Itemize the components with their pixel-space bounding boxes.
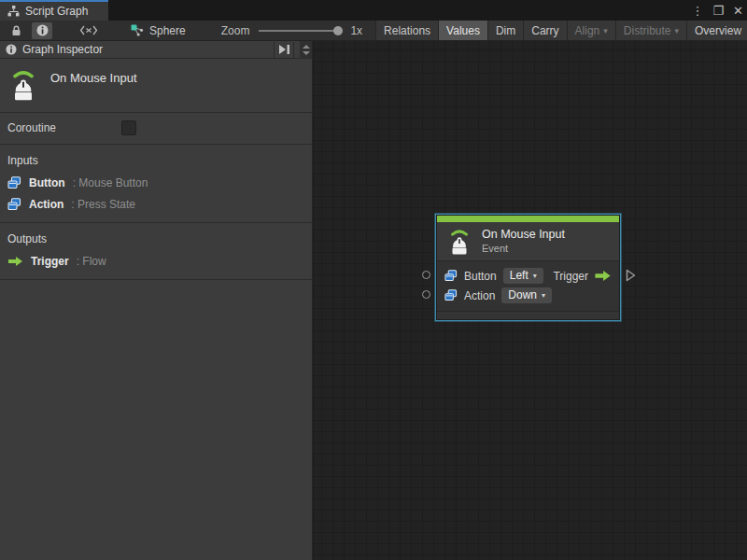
value-port-icon <box>7 176 21 189</box>
graph-reference-label[interactable]: Sphere <box>149 24 186 37</box>
maximize-icon[interactable]: ❐ <box>712 4 724 18</box>
action-input-port[interactable] <box>422 290 430 299</box>
flow-arrow-icon[interactable] <box>594 270 612 282</box>
value-port-icon <box>7 198 21 211</box>
zoom-slider[interactable] <box>259 30 341 32</box>
coroutine-checkbox[interactable] <box>121 120 136 135</box>
list-item: Trigger : Flow <box>7 255 304 268</box>
zoom-slider-handle[interactable] <box>333 26 343 35</box>
node-body: Button Left▾ Trigger <box>437 260 619 311</box>
inspector-toggle-button[interactable] <box>32 22 52 39</box>
flow-arrow-icon <box>7 256 23 267</box>
chevron-down-icon: ▾ <box>675 26 680 35</box>
inputs-section: Inputs Button : Mouse Button Action : Pr… <box>0 145 312 223</box>
inspector-header: Graph Inspector <box>0 41 312 59</box>
action-port-label: Action <box>464 289 495 302</box>
list-item: Action : Press State <box>7 198 304 211</box>
graph-inspector-panel: Graph Inspector On Mouse Input <box>0 41 313 560</box>
outputs-header: Outputs <box>7 232 304 245</box>
info-icon <box>6 44 17 55</box>
window-menu-icon[interactable]: ⋮ <box>691 4 703 18</box>
coroutine-label: Coroutine <box>7 121 121 134</box>
graph-canvas[interactable]: On Mouse Input Event Button Left▾ <box>313 41 747 560</box>
button-input-port[interactable] <box>422 271 430 279</box>
zoom-value: 1x <box>350 24 362 37</box>
relations-button[interactable]: Relations <box>375 21 438 40</box>
button-port-label: Button <box>464 270 497 283</box>
chevron-down-icon: ▾ <box>533 272 537 280</box>
arrow-up-icon <box>303 45 310 49</box>
graph-hierarchy-icon <box>7 6 20 17</box>
trigger-port-label: Trigger <box>553 270 588 283</box>
info-icon <box>36 24 49 36</box>
action-value-dropdown[interactable]: Down▾ <box>501 287 552 303</box>
selected-unit-summary: On Mouse Input <box>0 59 312 113</box>
zoom-label: Zoom <box>221 24 250 37</box>
unit-title: On Mouse Input <box>50 67 137 85</box>
lock-button[interactable] <box>6 22 26 39</box>
title-bar: Script Graph ⋮ ❐ ✕ <box>0 0 747 21</box>
chevron-down-icon: ▾ <box>542 291 545 300</box>
close-icon[interactable]: ✕ <box>733 4 743 18</box>
trigger-output-port[interactable] <box>626 269 636 282</box>
arrow-down-icon <box>303 51 310 55</box>
align-dropdown-button[interactable]: Align▾ <box>567 21 615 40</box>
coroutine-row: Coroutine <box>0 113 312 145</box>
tab-label: Script Graph <box>25 5 88 18</box>
node-title: On Mouse Input <box>482 228 565 241</box>
button-value-dropdown[interactable]: Left▾ <box>503 268 543 284</box>
mouse-input-icon <box>7 67 39 101</box>
node-subtitle: Event <box>482 243 565 254</box>
node-footer <box>437 311 619 319</box>
outputs-section: Outputs Trigger : Flow <box>0 223 312 280</box>
inspector-title: Graph Inspector <box>22 43 268 56</box>
lock-icon <box>11 25 21 36</box>
node-accent-bar <box>437 216 619 222</box>
value-port-icon <box>444 289 458 301</box>
chevron-down-icon: ▾ <box>603 26 608 35</box>
inputs-header: Inputs <box>7 154 304 167</box>
toolbar-buttons: Relations Values Dim Carry Align▾ Distri… <box>375 21 747 40</box>
distribute-dropdown-button[interactable]: Distribute▾ <box>615 21 686 40</box>
tab-script-graph[interactable]: Script Graph <box>0 0 108 21</box>
overview-button[interactable]: Overview <box>686 21 747 40</box>
node-header[interactable]: On Mouse Input Event <box>437 222 619 260</box>
graph-asset-icon <box>131 24 144 36</box>
dock-panel-button[interactable] <box>274 42 294 58</box>
dock-right-icon <box>278 45 290 54</box>
graph-toolbar: Sphere Zoom 1x Relations Values Dim Carr… <box>0 21 747 41</box>
values-button[interactable]: Values <box>438 21 487 40</box>
action-port-row: Action Down▾ <box>444 286 612 305</box>
code-preview-button[interactable] <box>78 22 99 39</box>
value-port-icon <box>444 270 458 282</box>
mouse-input-icon <box>446 227 472 255</box>
code-icon <box>79 25 98 35</box>
carry-button[interactable]: Carry <box>523 21 566 40</box>
panel-scroll-arrows[interactable] <box>300 41 312 59</box>
list-item: Button : Mouse Button <box>7 176 304 189</box>
button-port-row: Button Left▾ Trigger <box>444 266 612 286</box>
on-mouse-input-node[interactable]: On Mouse Input Event Button Left▾ <box>435 214 621 321</box>
dim-button[interactable]: Dim <box>487 21 523 40</box>
